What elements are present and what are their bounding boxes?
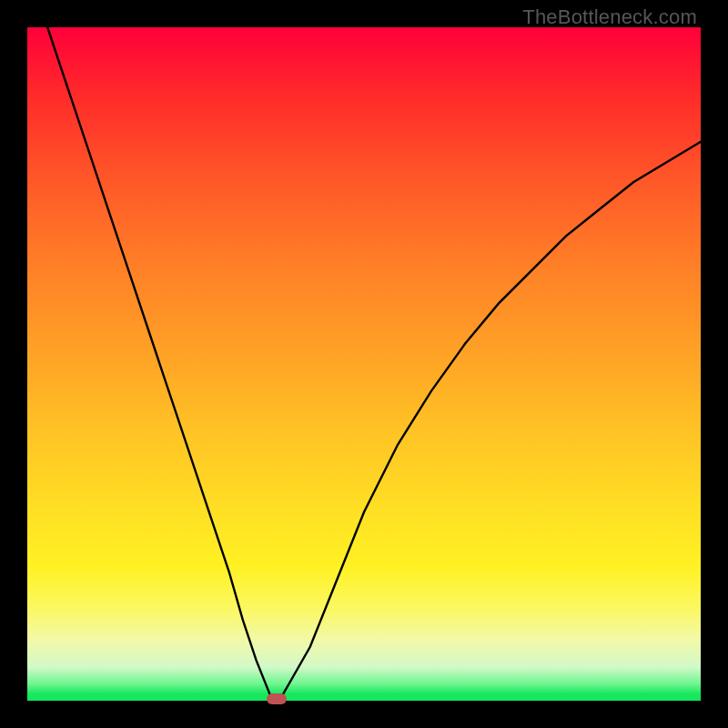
curve-svg xyxy=(27,27,701,701)
bottleneck-curve xyxy=(47,27,701,701)
chart-frame: TheBottleneck.com xyxy=(0,0,728,728)
watermark-text: TheBottleneck.com xyxy=(522,5,697,29)
plot-area xyxy=(27,27,701,701)
optimum-marker xyxy=(267,693,287,704)
